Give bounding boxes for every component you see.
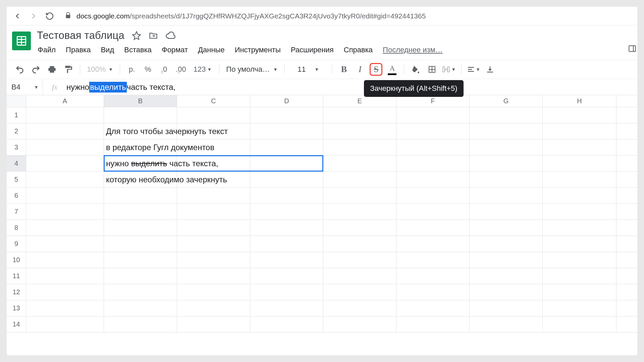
forward-button[interactable] [29,11,38,21]
cell-B7[interactable] [104,204,177,220]
cell-B12[interactable] [104,284,177,300]
cell-B1[interactable] [104,107,177,123]
menu-insert[interactable]: Вставка [123,44,152,56]
cell-E9[interactable] [323,236,396,252]
menu-help[interactable]: Справка [343,44,373,56]
horizontal-align-button[interactable]: ▼ [467,63,480,76]
cell-A2[interactable] [26,123,104,139]
fill-color-button[interactable] [410,63,422,76]
cell-E11[interactable] [323,268,396,284]
menu-edit[interactable]: Правка [65,44,91,56]
reload-button[interactable] [45,11,54,21]
column-header-C[interactable]: C [177,95,250,107]
cell-B14[interactable] [104,316,177,332]
cell-F1[interactable] [396,107,470,123]
column-header-E[interactable]: E [323,95,396,107]
cell-F10[interactable] [396,252,470,268]
cell-E4[interactable] [323,156,396,171]
cell-B8[interactable] [104,220,177,236]
cell-F2[interactable] [396,123,470,139]
cell-G2[interactable] [470,123,543,139]
move-folder-icon[interactable] [149,31,158,40]
cell-C6[interactable] [177,188,250,203]
cell-E14[interactable] [323,316,396,332]
name-box[interactable]: B4▼ [7,79,43,95]
menu-format[interactable]: Формат [161,44,189,56]
row-header-2[interactable]: 2 [7,123,26,139]
row-header-13[interactable]: 13 [7,300,26,316]
row-header-5[interactable]: 5 [7,172,26,187]
row-header-10[interactable]: 10 [7,252,26,268]
merge-cells-button[interactable]: ▼ [442,63,456,76]
cell-F7[interactable] [396,204,470,220]
cell-D10[interactable] [250,252,323,268]
cell-E2[interactable] [323,123,396,139]
cell-D11[interactable] [250,268,323,284]
cell-B13[interactable] [104,300,177,316]
cell-C5[interactable] [177,172,250,187]
cell-C14[interactable] [177,316,250,332]
cell-G1[interactable] [470,107,543,123]
cell-B9[interactable] [104,236,177,252]
cell-F8[interactable] [396,220,470,236]
formula-input[interactable]: нужно выделить часть текста, [66,82,637,93]
cell-C4[interactable] [177,156,250,171]
cell-A6[interactable] [26,188,104,203]
font-size-dropdown[interactable]: 11▼ [290,65,326,74]
cell-B6[interactable] [104,188,177,203]
font-family-dropdown[interactable]: По умолча…▼ [225,65,279,74]
menu-extensions[interactable]: Расширения [290,44,334,56]
cell-C1[interactable] [177,107,250,123]
row-header-1[interactable]: 1 [7,107,26,123]
column-header-A[interactable]: A [26,95,104,107]
cell-D3[interactable] [250,139,323,155]
cell-G12[interactable] [470,284,543,300]
cell-C9[interactable] [177,236,250,252]
cell-D12[interactable] [250,284,323,300]
cell-H14[interactable] [543,316,616,332]
cell-E12[interactable] [323,284,396,300]
cell-A12[interactable] [26,284,104,300]
cell-E13[interactable] [323,300,396,316]
cell-D6[interactable] [250,188,323,203]
cell-A14[interactable] [26,316,104,332]
cell-A8[interactable] [26,220,104,236]
row-header-9[interactable]: 9 [7,236,26,252]
cell-H2[interactable] [543,123,616,139]
cell-C13[interactable] [177,300,250,316]
cell-F5[interactable] [396,172,470,187]
row-header-8[interactable]: 8 [7,220,26,236]
back-button[interactable] [13,11,22,21]
cell-A9[interactable] [26,236,104,252]
cell-E10[interactable] [323,252,396,268]
cell-E6[interactable] [323,188,396,203]
cell-G4[interactable] [470,156,543,171]
cell-G13[interactable] [470,300,543,316]
cell-B5[interactable]: которую необходимо зачеркнуть [104,172,177,187]
menu-file[interactable]: Файл [37,44,56,56]
cell-F12[interactable] [396,284,470,300]
cell-A11[interactable] [26,268,104,284]
cell-F6[interactable] [396,188,470,203]
menu-data[interactable]: Данные [197,44,225,56]
column-header-H[interactable]: H [543,95,616,107]
column-header-D[interactable]: D [250,95,323,107]
column-header-B[interactable]: B [104,95,177,107]
cell-G3[interactable] [470,139,543,155]
cell-C10[interactable] [177,252,250,268]
cloud-status-icon[interactable] [165,31,175,41]
cell-D4[interactable] [250,156,323,171]
select-all-corner[interactable] [7,95,26,107]
zoom-dropdown[interactable]: 100%▼ [86,65,114,74]
cell-G7[interactable] [470,204,543,220]
cell-H6[interactable] [543,188,616,203]
cell-C7[interactable] [177,204,250,220]
cell-H13[interactable] [543,300,616,316]
cell-B2[interactable]: Для того чтобы зачеркнуть текст [104,123,177,139]
cell-A10[interactable] [26,252,104,268]
row-header-7[interactable]: 7 [7,204,26,220]
cell-A4[interactable] [26,156,104,171]
star-icon[interactable] [132,31,141,40]
column-header-G[interactable]: G [470,95,543,107]
cell-G14[interactable] [470,316,543,332]
